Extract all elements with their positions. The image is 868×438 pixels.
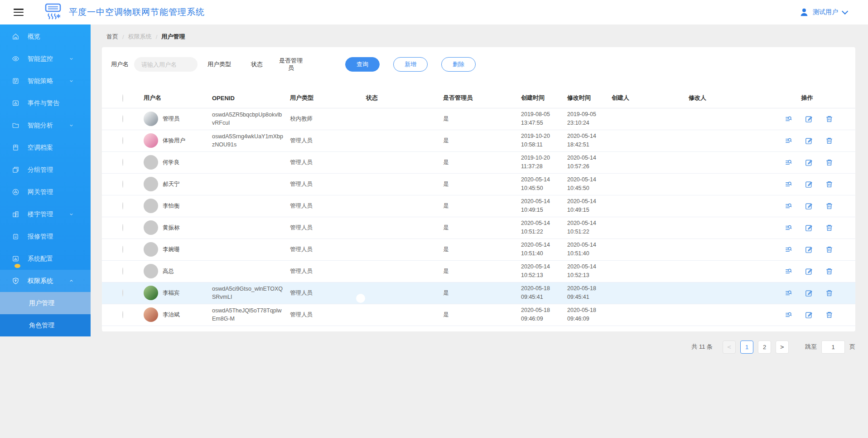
query-button[interactable]: 查询 xyxy=(345,57,380,72)
delete-icon[interactable] xyxy=(825,202,834,210)
delete-icon[interactable] xyxy=(825,115,834,123)
table-row[interactable]: 管理员 oswdA5ZR5bqcbpUp8okvlbvRFcuI 校内教师 是 … xyxy=(102,108,855,130)
total-count: 共 11 条 xyxy=(691,343,713,351)
admin-cell: 是 xyxy=(443,246,521,253)
edit-icon[interactable] xyxy=(805,158,813,167)
view-detail-icon[interactable] xyxy=(784,115,793,123)
table-row[interactable]: 黄振标 管理人员 是 2020-05-1410:51:22 2020-05-14… xyxy=(102,217,855,239)
edit-icon[interactable] xyxy=(805,136,813,145)
table-row[interactable]: 李怡衡 管理人员 是 2020-05-1410:49:15 2020-05-14… xyxy=(102,195,855,217)
next-page-button[interactable]: > xyxy=(776,341,789,354)
created-cell: 2020-05-1410:51:40 xyxy=(521,241,567,258)
sidebar-item-system-config[interactable]: 系统配置 xyxy=(0,248,91,270)
view-detail-icon[interactable] xyxy=(784,202,793,210)
delete-icon[interactable] xyxy=(825,180,834,189)
row-select-radio[interactable] xyxy=(122,137,123,144)
edit-icon[interactable] xyxy=(805,224,813,232)
delete-icon[interactable] xyxy=(825,245,834,254)
edit-icon[interactable] xyxy=(805,245,813,254)
usertype-cell: 管理人员 xyxy=(290,202,366,210)
sidebar-subitem-role-mgmt[interactable]: 角色管理 xyxy=(0,314,91,336)
view-detail-icon[interactable] xyxy=(784,267,793,276)
delete-button[interactable]: 删除 xyxy=(441,57,476,72)
view-detail-icon[interactable] xyxy=(784,224,793,232)
sidebar-item-permission-system[interactable]: 权限系统 xyxy=(0,270,91,292)
jump-to-input[interactable] xyxy=(821,341,845,354)
delete-icon[interactable] xyxy=(825,224,834,232)
edit-icon[interactable] xyxy=(805,115,813,123)
row-select-radio[interactable] xyxy=(122,224,123,231)
sidebar-item-monitoring[interactable]: 智能监控 xyxy=(0,48,91,70)
delete-icon[interactable] xyxy=(825,158,834,167)
table-row[interactable]: 李治斌 oswdA5TheJQl5oT78TqplwEm8G-M 管理人员 是 … xyxy=(102,304,855,326)
view-detail-icon[interactable] xyxy=(784,311,793,319)
edit-icon[interactable] xyxy=(805,267,813,276)
avatar xyxy=(144,199,158,213)
sidebar-item-ac-archive[interactable]: 空调档案 xyxy=(0,136,91,159)
avatar xyxy=(144,133,158,148)
row-select-radio[interactable] xyxy=(122,202,123,209)
sidebar-item-analysis[interactable]: 智能分析 xyxy=(0,114,91,136)
table-row[interactable]: 高总 管理人员 是 2020-05-1410:52:13 2020-05-141… xyxy=(102,261,855,282)
sidebar-item-gateway-mgmt[interactable]: 网关管理 xyxy=(0,181,91,203)
sidebar-item-group-mgmt[interactable]: 分组管理 xyxy=(0,159,91,181)
edit-icon[interactable] xyxy=(805,289,813,297)
avatar xyxy=(144,177,158,191)
building-icon xyxy=(12,210,19,218)
add-button[interactable]: 新增 xyxy=(393,57,428,72)
username-input[interactable] xyxy=(134,57,198,72)
menu-toggle-icon[interactable] xyxy=(14,9,24,16)
edit-icon[interactable] xyxy=(805,311,813,319)
row-select-radio[interactable] xyxy=(122,180,123,188)
row-select-radio[interactable] xyxy=(122,159,123,166)
page-button-2[interactable]: 2 xyxy=(758,341,771,354)
row-select-radio[interactable] xyxy=(122,268,123,275)
openid-cell: oswdA5ZR5bqcbpUp8okvlbvRFcuI xyxy=(212,111,290,127)
status-filter-label[interactable]: 状态 xyxy=(251,60,263,68)
sidebar-subitem-user-mgmt[interactable]: 用户管理 xyxy=(0,292,91,314)
jump-page-suffix: 页 xyxy=(849,343,855,351)
usertype-filter-label[interactable]: 用户类型 xyxy=(207,60,231,68)
breadcrumb-home[interactable]: 首页 xyxy=(106,33,118,41)
table-row[interactable]: 何学良 管理人员 是 2019-10-2011:37:28 2020-05-14… xyxy=(102,152,855,174)
view-detail-icon[interactable] xyxy=(784,180,793,189)
chevron-down-icon xyxy=(68,56,75,61)
edit-icon[interactable] xyxy=(805,202,813,210)
toggle-knob xyxy=(356,294,365,303)
delete-icon[interactable] xyxy=(825,289,834,297)
sidebar-item-events-alerts[interactable]: 事件与警告 xyxy=(0,92,91,114)
table-row[interactable]: 李婉珊 管理人员 是 2020-05-1410:51:40 2020-05-14… xyxy=(102,239,855,261)
created-cell: 2019-10-2011:37:28 xyxy=(521,154,567,171)
prev-page-button[interactable]: < xyxy=(723,341,736,354)
sidebar-item-repair-mgmt[interactable]: 报修管理 xyxy=(0,225,91,248)
delete-icon[interactable] xyxy=(825,267,834,276)
view-detail-icon[interactable] xyxy=(784,158,793,167)
table-row[interactable]: 郝天宁 管理人员 是 2020-05-1410:45:50 2020-05-14… xyxy=(102,174,855,195)
toggle-knob xyxy=(356,272,365,281)
delete-icon[interactable] xyxy=(825,136,834,145)
view-detail-icon[interactable] xyxy=(784,289,793,297)
usertype-cell: 管理人员 xyxy=(290,224,366,232)
col-header-admin: 是否管理员 xyxy=(443,94,521,102)
row-select-radio[interactable] xyxy=(122,311,123,318)
view-detail-icon[interactable] xyxy=(784,245,793,254)
admin-filter-label[interactable]: 是否管理员 xyxy=(279,57,303,72)
edit-icon[interactable] xyxy=(805,180,813,189)
select-all-radio[interactable] xyxy=(122,94,123,102)
row-select-radio[interactable] xyxy=(122,115,123,122)
sidebar-item-strategy[interactable]: 智能策略 xyxy=(0,70,91,92)
sidebar-item-building-mgmt[interactable]: 楼宇管理 xyxy=(0,203,91,225)
user-menu[interactable]: 测试用户 xyxy=(799,7,846,17)
delete-icon[interactable] xyxy=(825,311,834,319)
table-row[interactable]: 李福宾 oswdA5ci9Gtso_wlnETOXQSRvmLI 管理人员 是 … xyxy=(102,282,855,304)
user-table: 用户名 OPENID 用户类型 状态 是否管理员 创建时间 修改时间 创建人 修… xyxy=(102,88,855,326)
username-cell: 李怡衡 xyxy=(163,202,180,210)
row-select-radio[interactable] xyxy=(122,246,123,253)
sidebar-item-overview[interactable]: 概览 xyxy=(0,25,91,48)
row-select-radio[interactable] xyxy=(122,289,123,297)
table-row[interactable]: 体验用户 oswdA5Srng4wkUaY1mXbpzNOU91s 管理人员 是… xyxy=(102,130,855,152)
usertype-cell: 管理人员 xyxy=(290,180,366,188)
page-button-1[interactable]: 1 xyxy=(740,341,753,354)
view-detail-icon[interactable] xyxy=(784,136,793,145)
folder-icon xyxy=(12,122,19,129)
